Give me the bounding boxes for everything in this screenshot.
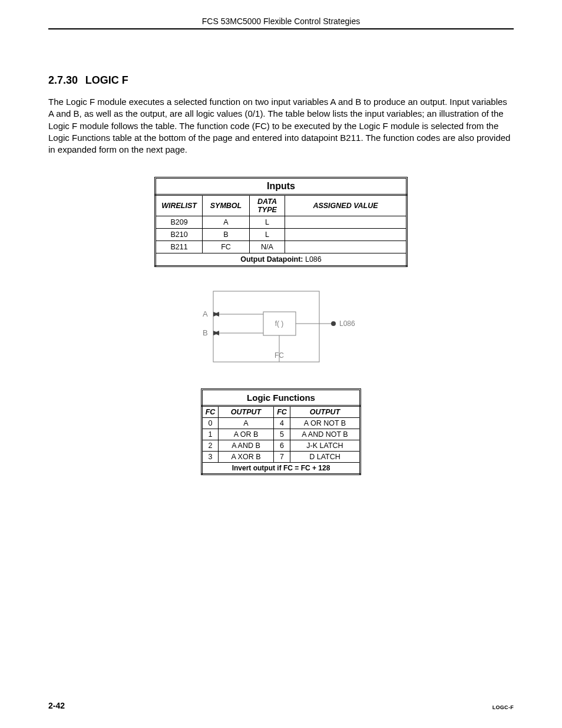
svg-rect-0 <box>213 291 319 362</box>
cell-assigned <box>285 241 407 253</box>
lf-fc: 5 <box>274 429 290 440</box>
page-number: 2-42 <box>48 701 65 710</box>
cell-datatype: L <box>250 229 285 241</box>
page: FCS 53MC5000 Flexible Control Strategies… <box>0 0 562 728</box>
table-row: 2 A AND B 6 J-K LATCH <box>202 440 361 452</box>
lf-fc: 2 <box>202 440 219 452</box>
cell-assigned <box>285 216 407 229</box>
cell-wirelist: B209 <box>156 216 203 229</box>
inputs-table: Inputs WIRELIST SYMBOL DATA TYPE ASSIGNE… <box>154 177 408 267</box>
cell-assigned <box>285 229 407 241</box>
table-row: B211 FC N/A <box>156 241 407 253</box>
section-heading: 2.7.30 LOGIC F <box>48 71 514 87</box>
logic-functions-table: Logic Functions FC OUTPUT FC OUTPUT 0 A … <box>201 388 361 475</box>
lf-col-fc2: FC <box>274 406 290 418</box>
lf-col-out2: OUTPUT <box>290 406 361 418</box>
lf-out: A AND B <box>219 440 274 452</box>
lf-out: A AND NOT B <box>290 429 361 440</box>
cell-datatype: N/A <box>250 241 285 253</box>
inputs-table-wrap: Inputs WIRELIST SYMBOL DATA TYPE ASSIGNE… <box>48 177 514 267</box>
lf-out: A OR B <box>219 429 274 440</box>
lf-header-row: FC OUTPUT FC OUTPUT <box>202 406 361 418</box>
logic-diagram-svg: f( ) A B FC L086 <box>196 288 366 365</box>
table-row: B210 B L <box>156 229 407 241</box>
lf-fc: 4 <box>274 418 290 429</box>
inputs-table-title: Inputs <box>154 177 408 194</box>
page-footer: 2-42 LOGC-F <box>48 701 514 710</box>
output-datapoint-row: Output Datapoint: L086 <box>156 253 407 266</box>
logic-functions-title: Logic Functions <box>201 388 361 405</box>
cell-wirelist: B210 <box>156 229 203 241</box>
cell-wirelist: B211 <box>156 241 203 253</box>
output-value: L086 <box>305 255 322 263</box>
inputs-header-row: WIRELIST SYMBOL DATA TYPE ASSIGNED VALUE <box>156 195 407 216</box>
lf-fc: 7 <box>274 452 290 463</box>
cell-datatype: L <box>250 216 285 229</box>
cell-symbol: B <box>203 229 250 241</box>
lf-out: A XOR B <box>219 452 274 463</box>
logic-diagram: f( ) A B FC L086 <box>48 288 514 365</box>
lf-fc: 3 <box>202 452 219 463</box>
lf-fc: 0 <box>202 418 219 429</box>
lf-note: Invert output if FC = FC + 128 <box>202 463 361 475</box>
section-number: 2.7.30 <box>48 74 78 86</box>
cell-symbol: A <box>203 216 250 229</box>
lf-col-out1: OUTPUT <box>219 406 274 418</box>
lf-fc: 6 <box>274 440 290 452</box>
lf-note-row: Invert output if FC = FC + 128 <box>202 463 361 475</box>
col-datatype: DATA TYPE <box>250 195 285 216</box>
table-row: 1 A OR B 5 A AND NOT B <box>202 429 361 440</box>
table-row: 0 A 4 A OR NOT B <box>202 418 361 429</box>
output-label: Output Datapoint: <box>240 255 303 263</box>
table-row: 3 A XOR B 7 D LATCH <box>202 452 361 463</box>
lf-out: A OR NOT B <box>290 418 361 429</box>
cell-symbol: FC <box>203 241 250 253</box>
table-row: B209 A L <box>156 216 407 229</box>
lf-out: D LATCH <box>290 452 361 463</box>
svg-point-10 <box>331 321 336 326</box>
running-header: FCS 53MC5000 Flexible Control Strategies <box>48 17 514 29</box>
func-label: f( ) <box>275 319 284 328</box>
section-body: The Logic F module executes a selected f… <box>48 96 514 156</box>
col-symbol: SYMBOL <box>203 195 250 216</box>
output-label-svg: L086 <box>339 319 355 328</box>
col-wirelist: WIRELIST <box>156 195 203 216</box>
logic-functions-wrap: Logic Functions FC OUTPUT FC OUTPUT 0 A … <box>48 388 514 475</box>
input-a-label: A <box>203 309 208 318</box>
fc-label: FC <box>275 351 284 360</box>
lf-fc: 1 <box>202 429 219 440</box>
lf-out: J-K LATCH <box>290 440 361 452</box>
input-b-label: B <box>203 328 208 337</box>
lf-col-fc1: FC <box>202 406 219 418</box>
col-assigned: ASSIGNED VALUE <box>285 195 407 216</box>
lf-out: A <box>219 418 274 429</box>
section-title: LOGIC F <box>85 74 128 86</box>
footer-code: LOGC-F <box>492 704 514 710</box>
